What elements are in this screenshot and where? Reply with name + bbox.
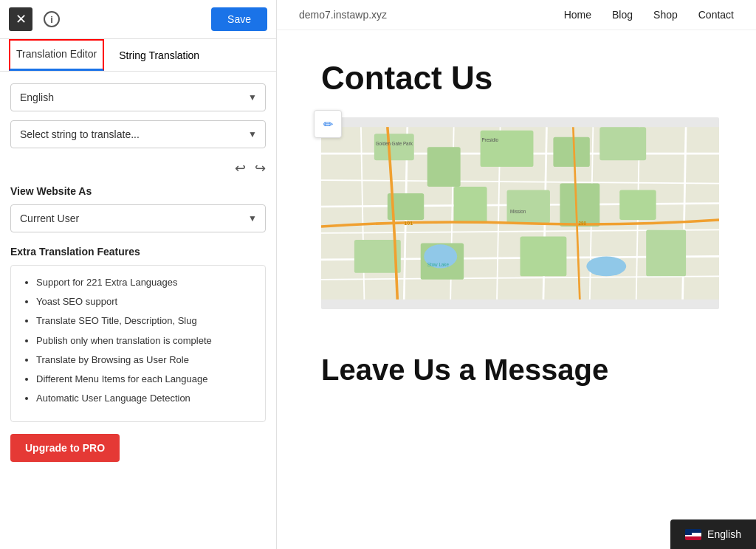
nav-contact[interactable]: Contact [698,9,734,21]
language-dropdown-wrapper: English ▼ [10,83,266,111]
svg-rect-28 [646,229,686,276]
tab-translation-editor[interactable]: Translation Editor [9,39,104,71]
svg-rect-17 [481,131,534,167]
nav-shop[interactable]: Shop [653,9,678,21]
view-as-select[interactable]: Current User [10,204,266,232]
extra-features-heading: Extra Translation Features [10,246,266,258]
map-edit-button[interactable]: ✏ [314,110,342,138]
map-svg: Golden Gate Park Presidio Mission Stow L… [321,117,719,309]
upgrade-button[interactable]: Upgrade to PRO [10,434,120,462]
list-item: Yoast SEO support [36,295,253,308]
site-content: Contact Us ✏ [277,30,756,416]
close-icon: ✕ [16,11,27,27]
svg-rect-27 [520,236,567,276]
site-url: demo7.instawp.xyz [299,9,387,21]
svg-text:Stow Lake: Stow Lake [427,262,450,267]
string-dropdown-wrapper: Select string to translate... ▼ [10,120,266,148]
list-item: Translate by Browsing as User Role [36,353,253,367]
nav-home[interactable]: Home [564,9,591,21]
left-panel: ✕ i Save Translation Editor String Trans… [0,0,277,549]
site-header: demo7.instawp.xyz Home Blog Shop Contact [277,0,756,30]
svg-rect-19 [599,127,646,160]
svg-rect-21 [454,187,487,223]
tab-string-translation[interactable]: String Translation [111,39,207,71]
svg-rect-15 [374,134,414,160]
view-website-as-label: View Website As [10,185,266,197]
close-button[interactable]: ✕ [9,7,32,31]
view-as-dropdown-wrapper: Current User ▼ [10,204,266,232]
redo-button[interactable]: ↪ [255,160,266,176]
list-item: Translate SEO Title, Description, Slug [36,314,253,328]
info-button[interactable]: i [40,7,63,31]
list-item: Different Menu Items for each Language [36,373,253,386]
undo-redo-bar: ↩ ↪ [10,157,266,185]
flag-icon [685,529,701,540]
svg-point-30 [586,256,626,276]
features-list: Support for 221 Extra Languages Yoast SE… [23,276,253,405]
extra-features-section: Extra Translation Features Support for 2… [10,246,266,462]
view-website-as-section: View Website As Current User ▼ [10,185,266,232]
string-select[interactable]: Select string to translate... [10,120,266,148]
nav-blog[interactable]: Blog [612,9,633,21]
language-badge[interactable]: English [670,519,756,549]
panel-content: English ▼ Select string to translate... … [0,72,276,549]
svg-rect-22 [507,190,550,224]
pencil-icon: ✏ [323,117,333,131]
svg-text:Mission: Mission [510,209,526,214]
list-item: Support for 221 Extra Languages [36,276,253,289]
info-icon: i [44,11,60,27]
language-badge-label: English [707,528,741,540]
language-select[interactable]: English [10,83,266,111]
svg-rect-16 [427,147,461,187]
tabs-row: Translation Editor String Translation [0,39,276,72]
svg-rect-18 [553,137,589,167]
list-item: Publish only when translation is complet… [36,334,253,348]
svg-text:Presidio: Presidio [481,137,498,142]
list-item: Automatic User Language Detection [36,392,253,405]
save-button[interactable]: Save [211,7,267,31]
svg-text:101: 101 [404,221,413,227]
leave-message-title: Leave Us a Message [321,353,719,387]
map-container: Golden Gate Park Presidio Mission Stow L… [321,117,719,309]
features-box: Support for 221 Extra Languages Yoast SE… [10,265,266,422]
svg-rect-23 [560,184,599,227]
svg-text:280: 280 [579,221,587,226]
top-bar: ✕ i Save [0,0,276,39]
site-nav: Home Blog Shop Contact [564,9,734,21]
right-panel: demo7.instawp.xyz Home Blog Shop Contact… [277,0,756,549]
undo-button[interactable]: ↩ [235,160,246,176]
svg-rect-24 [619,190,656,220]
svg-text:Golden Gate Park: Golden Gate Park [376,141,413,146]
page-title: Contact Us [321,60,719,97]
